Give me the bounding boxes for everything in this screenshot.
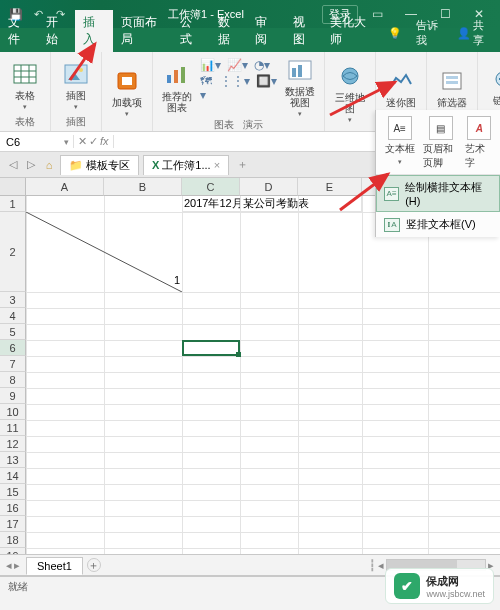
chevron-down-icon: ▾ — [23, 103, 27, 111]
row-header-10[interactable]: 10 — [0, 404, 26, 420]
row-header-2[interactable]: 2 — [0, 212, 26, 292]
help-icon[interactable]: 💡 — [382, 23, 408, 44]
row-header-13[interactable]: 13 — [0, 452, 26, 468]
sheet-nav-first-icon[interactable]: ◂ — [6, 559, 12, 572]
dd-textbox[interactable]: A≡ 文本框 ▾ — [382, 116, 417, 170]
tab-page-layout[interactable]: 页面布局 — [113, 10, 172, 52]
btn-pivot-chart[interactable]: 数据透视图 ▾ — [281, 56, 318, 118]
workspace-tab-template[interactable]: 📁 模板专区 — [60, 155, 139, 175]
row-header-6[interactable]: 6 — [0, 340, 26, 356]
col-header-C[interactable]: C — [182, 178, 240, 196]
btn-tables[interactable]: 表格 ▾ — [6, 56, 44, 115]
row-header-9[interactable]: 9 — [0, 388, 26, 404]
tab-insert[interactable]: 插入 — [75, 10, 113, 52]
group-charts: 推荐的图表 📊▾ 📈▾ ◔▾ 🗺▾ ⋮⋮▾ 🔲▾ 数据透视图 ▾ — [153, 52, 325, 131]
sheet-nav-last-icon[interactable]: ▸ — [14, 559, 20, 572]
header-footer-icon: ▤ — [429, 116, 453, 140]
row-header-1[interactable]: 1 — [0, 196, 26, 212]
row-header-14[interactable]: 14 — [0, 468, 26, 484]
row-header-12[interactable]: 12 — [0, 436, 26, 452]
dd-header-footer[interactable]: ▤ 页眉和页脚 — [423, 116, 458, 170]
dd-wordart[interactable]: A 艺术字 — [465, 116, 494, 170]
chevron-down-icon: ▾ — [74, 103, 78, 111]
text-dropdown-panel: A≡ 文本框 ▾ ▤ 页眉和页脚 A 艺术字 A≡ 绘制横排文本框(H) ⫿A … — [375, 110, 500, 237]
col-header-D[interactable]: D — [240, 178, 298, 196]
globe-icon — [338, 66, 362, 86]
selected-cell[interactable] — [182, 340, 240, 356]
tab-review[interactable]: 审阅 — [247, 10, 285, 52]
row-header-11[interactable]: 11 — [0, 420, 26, 436]
tell-me-input[interactable]: 告诉我 — [410, 14, 449, 52]
tab-home-icon[interactable]: ⌂ — [42, 159, 56, 171]
confirm-formula-icon[interactable]: ✓ — [89, 135, 98, 148]
col-header-A[interactable]: A — [26, 178, 104, 196]
table-icon — [13, 64, 37, 84]
cell-title[interactable]: 2017年12月某公司考勤表 — [182, 196, 362, 212]
row-header-17[interactable]: 17 — [0, 516, 26, 532]
slicer-icon — [441, 71, 463, 91]
scatter-chart-icon[interactable]: ⋮⋮▾ — [220, 74, 250, 102]
group-tables: 表格 ▾ 表格 — [0, 52, 51, 131]
btn-3d-map[interactable]: 三维地图 ▾ — [331, 56, 369, 129]
tab-view[interactable]: 视图 — [285, 10, 323, 52]
addins-icon — [116, 71, 138, 91]
tab-home[interactable]: 开始 — [38, 10, 76, 52]
row-header-5[interactable]: 5 — [0, 324, 26, 340]
hscroll-left-icon[interactable]: ◂ — [378, 559, 384, 572]
cells-area[interactable]: 2017年12月某公司考勤表 1 — [26, 196, 500, 554]
btn-addins[interactable]: 加载项 ▾ — [108, 56, 146, 129]
btn-recommended-charts[interactable]: 推荐的图表 — [159, 56, 196, 118]
fill-handle[interactable] — [236, 352, 241, 357]
row-header-8[interactable]: 8 — [0, 372, 26, 388]
select-all-corner[interactable] — [0, 178, 26, 196]
row-header-3[interactable]: 3 — [0, 292, 26, 308]
cancel-formula-icon[interactable]: ✕ — [78, 135, 87, 148]
workspace-tab-workbook[interactable]: X 工作簿1... × — [143, 155, 229, 175]
col-header-E[interactable]: E — [298, 178, 362, 196]
col-header-B[interactable]: B — [104, 178, 182, 196]
bar-chart-icon[interactable]: 📊▾ — [200, 58, 221, 72]
sheet-split-bar[interactable]: ┇ — [369, 559, 376, 572]
tab-beautify[interactable]: 美化大师 — [322, 10, 381, 52]
watermark-icon: ✔ — [394, 573, 420, 599]
area-chart-icon[interactable]: 🗺▾ — [200, 74, 215, 102]
row-header-15[interactable]: 15 — [0, 484, 26, 500]
tab-file[interactable]: 文件 — [0, 10, 38, 52]
chart-gallery[interactable]: 📊▾ 📈▾ ◔▾ 🗺▾ ⋮⋮▾ 🔲▾ — [200, 56, 278, 118]
cell-reference-input[interactable] — [0, 136, 60, 148]
btn-illustrations[interactable]: 插图 ▾ — [57, 56, 95, 115]
svg-rect-10 — [167, 75, 171, 83]
name-box-dropdown-icon[interactable]: ▾ — [60, 137, 73, 147]
tab-next-icon[interactable]: ▷ — [24, 158, 38, 171]
menu-horizontal-textbox[interactable]: A≡ 绘制横排文本框(H) — [376, 175, 500, 212]
chart-icon — [165, 65, 189, 85]
surface-chart-icon[interactable]: 🔲▾ — [256, 74, 277, 102]
tab-prev-icon[interactable]: ◁ — [6, 158, 20, 171]
tab-data[interactable]: 数据 — [210, 10, 248, 52]
row-header-4[interactable]: 4 — [0, 308, 26, 324]
svg-rect-12 — [181, 67, 185, 83]
chevron-down-icon: ▾ — [125, 110, 129, 118]
close-tab-icon[interactable]: × — [214, 159, 220, 171]
tab-formulas[interactable]: 公式 — [172, 10, 210, 52]
pie-chart-icon[interactable]: ◔▾ — [254, 58, 270, 72]
new-tab-icon[interactable]: ＋ — [237, 157, 248, 172]
row-header-18[interactable]: 18 — [0, 532, 26, 548]
watermark: ✔ 保成网 www.jsbcw.net — [385, 568, 494, 604]
share-button[interactable]: 👤共享 — [451, 14, 494, 52]
line-chart-icon[interactable]: 📈▾ — [227, 58, 248, 72]
row-header-19[interactable]: 19 — [0, 548, 26, 554]
svg-line-23 — [26, 212, 182, 292]
row-header-16[interactable]: 16 — [0, 500, 26, 516]
sparkline-icon — [389, 72, 413, 90]
sheet-tab-active[interactable]: Sheet1 — [26, 557, 83, 575]
folder-icon: 📁 — [69, 159, 83, 172]
group-3dmap: 三维地图 ▾ — [325, 52, 376, 131]
svg-point-7 — [79, 68, 83, 72]
btn-links[interactable]: 链接 — [484, 56, 500, 115]
new-sheet-button[interactable]: ＋ — [87, 558, 101, 572]
menu-vertical-textbox[interactable]: ⫿A 竖排文本框(V) — [376, 212, 500, 237]
insert-function-icon[interactable]: fx — [100, 135, 109, 148]
row-header-7[interactable]: 7 — [0, 356, 26, 372]
svg-rect-0 — [14, 65, 36, 83]
